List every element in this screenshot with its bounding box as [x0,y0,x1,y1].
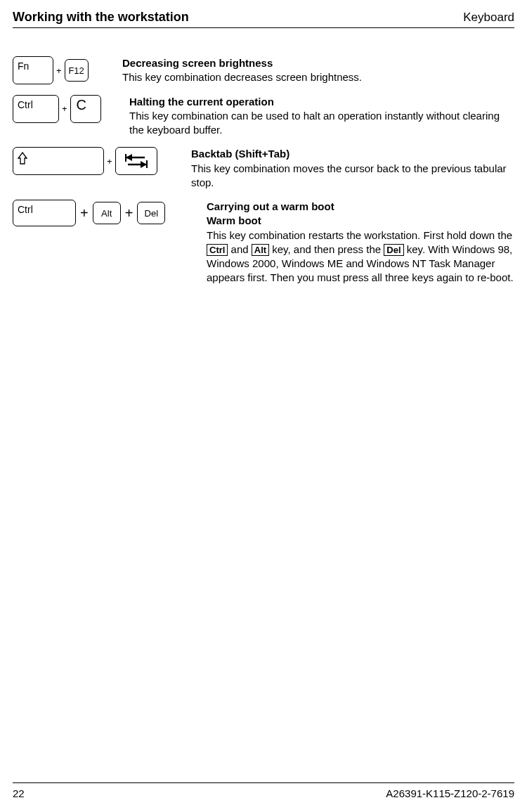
key-fn: Fn [13,56,53,84]
inline-key-del: Del [384,244,403,257]
desc-body: This key combination can be used to halt… [129,109,514,138]
key-ctrl: Ctrl [13,95,59,123]
key-combo: Ctrl + Alt + Del [13,200,195,226]
key-combo: + [13,147,180,175]
body-mid1: and [228,243,251,255]
backtab-icon [124,153,149,169]
desc-title: Halting the current operation [129,95,514,109]
plus-icon: + [62,103,67,114]
key-c: C [70,95,101,123]
desc-title: Backtab (Shift+Tab) [191,147,514,161]
inline-key-alt: Alt [252,244,269,257]
shift-arrow-icon [18,152,27,165]
shortcut-row: Ctrl + C Halting the current operation T… [13,95,514,138]
page-footer: 22 A26391-K115-Z120-2-7619 [13,782,514,799]
shortcut-description: Backtab (Shift+Tab) This key combination… [180,147,514,190]
key-ctrl: Ctrl [13,200,76,226]
key-combo: Ctrl + C [13,95,118,123]
shortcut-description: Decreasing screen brightness This key co… [111,56,362,85]
shortcut-description: Halting the current operation This key c… [118,95,514,138]
key-backtab [115,147,157,175]
desc-title: Decreasing screen brightness [122,56,362,70]
plus-icon: + [80,205,89,221]
document-number: A26391-K115-Z120-2-7619 [386,787,514,799]
desc-body: This key combination decreases screen br… [122,70,362,84]
body-pre: This key combination restarts the workst… [207,229,512,241]
svg-marker-5 [141,161,147,168]
header-title-left: Working with the workstation [13,10,189,25]
plus-icon: + [125,205,134,221]
desc-body: This key combination moves the cursor ba… [191,162,514,191]
key-f12: F12 [65,59,89,82]
shortcut-description: Carrying out a warm boot Warm boot This … [195,200,514,285]
body-mid2: key, and then press the [269,243,384,255]
key-shift [13,147,104,175]
svg-marker-2 [126,154,132,161]
desc-subtitle: Warm boot [207,214,514,228]
shortcut-row: Fn + F12 Decreasing screen brightness Th… [13,56,514,85]
desc-body: This key combination restarts the workst… [207,228,514,285]
shortcut-row: + Backtab (Shift+Tab) This key combinati… [13,147,514,190]
page-header: Working with the workstation Keyboard [13,10,514,28]
key-alt: Alt [93,202,121,224]
header-title-right: Keyboard [463,11,514,25]
page-number: 22 [13,787,25,799]
key-combo: Fn + F12 [13,56,111,84]
plus-icon: + [107,156,112,167]
key-del: Del [137,202,165,224]
inline-key-ctrl: Ctrl [207,244,228,257]
shortcut-row: Ctrl + Alt + Del Carrying out a warm boo… [13,200,514,285]
desc-title: Carrying out a warm boot [207,200,514,214]
plus-icon: + [56,65,62,76]
